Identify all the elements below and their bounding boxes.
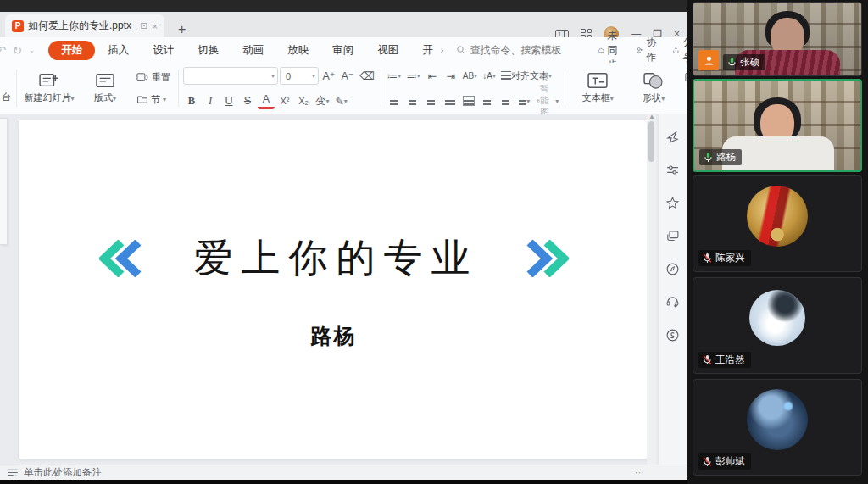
window-top-strip [0,0,687,12]
wps-app-icon: P [12,20,24,32]
paragraph-group: ≔▾ ≕▾ ⇤ ⇥ AB▾ ↕A▾ 对齐文本▾ [386,66,561,110]
tab-view[interactable]: 视图 [366,41,409,60]
notes-icon [7,468,19,477]
tab-transition[interactable]: 切换 [186,41,230,60]
search-icon [456,45,466,55]
participant-tile[interactable]: 路杨 [693,79,862,172]
row-spacing-1-button[interactable] [479,92,496,109]
row-spacing-2-button[interactable] [498,92,515,109]
decrease-indent-button[interactable]: ⇤ [424,67,441,84]
slide-layout-button[interactable]: 版式▾ [77,66,133,110]
change-case-button[interactable]: 变▾ [314,92,331,109]
participant-name-pill: 陈家兴 [698,250,751,266]
command-search[interactable] [456,44,598,56]
screen: P 如何爱上你的专业.pptx ⊡ × + 1 — ❐ × ↶ ↻ ⌄ [0,0,868,484]
participant-tile[interactable]: 王浩然 [693,277,862,374]
slide-author-text[interactable]: 路杨 [19,322,648,350]
slide-title-text[interactable]: 爱上你的专业 [194,232,479,285]
slide-canvas[interactable]: 爱上你的专业 路杨 [19,120,648,459]
align-left-button[interactable] [386,92,403,109]
clear-format-button[interactable]: ⌫ [358,68,376,85]
participant-tile[interactable]: 陈家兴 [693,175,862,272]
ai-assistant-icon[interactable] [665,130,680,144]
shapes-button[interactable]: 形状▾ [626,66,682,110]
mic-muted-icon [702,456,713,467]
search-input[interactable] [470,44,598,56]
clipped-left-button[interactable]: 台 [2,66,12,110]
participant-name-pill: 王浩然 [698,352,751,368]
document-title: 如何爱上你的专业.pptx [28,19,136,33]
numbered-list-button[interactable]: ≕▾ [404,67,422,84]
font-group: ▾ 0 ▾ A⁺ A⁻ ⌫ B I U S A X² [183,66,376,110]
duplicate-window-icon[interactable] [665,229,680,243]
collapsed-thumbnail-panel[interactable] [0,118,8,245]
double-chevron-left-icon [99,240,145,277]
ribbon-tabs: 开始 插入 设计 切换 动画 放映 审阅 视图 开 › [48,41,443,60]
slide-work-area: 爱上你的专业 路杨 ▲ [0,114,687,465]
notes-placeholder[interactable]: 单击此处添加备注 [24,466,102,479]
justify-button[interactable] [442,92,459,109]
rewards-coin-icon[interactable] [665,328,680,342]
help-compass-icon[interactable] [665,262,680,276]
smart-graphic-button[interactable]: 转智能图形▾ [535,92,561,109]
scrollbar-thumb[interactable] [648,121,654,162]
redo-icon[interactable]: ↻ [13,44,22,57]
tab-slideshow[interactable]: 放映 [276,41,320,60]
highlight-pen-button[interactable]: ✎▾ [333,92,350,109]
bold-button[interactable]: B [183,92,200,109]
participant-tile[interactable]: 张硕 [693,2,862,76]
tab-preview-icon[interactable]: ⊡ [140,20,147,31]
bullet-list-button[interactable]: ≔▾ [386,67,403,84]
new-tab-button[interactable]: + [173,22,191,37]
increase-indent-button[interactable]: ⇥ [442,67,459,84]
tab-dev-truncated[interactable]: 开 [411,41,444,60]
tab-overflow-icon[interactable]: › [441,45,444,55]
strikethrough-button[interactable]: S [239,92,256,109]
tab-animation[interactable]: 动画 [231,41,275,60]
mic-on-icon [703,152,714,163]
statusbar-more-icon[interactable]: ⋯ [635,467,680,478]
right-tool-column [658,114,687,465]
tab-close-icon[interactable]: × [153,21,158,31]
vertical-scrollbar[interactable]: ▲ [647,114,656,465]
collaborate-person-icon [636,45,643,56]
tab-home[interactable]: 开始 [48,41,95,60]
participant-avatar [747,389,808,450]
scroll-up-icon[interactable]: ▲ [648,113,655,120]
underline-button[interactable]: U [220,92,237,109]
text-box-button[interactable]: 文本框▾ [570,66,626,110]
row-spacing-3-button[interactable]: ▾ [516,92,533,109]
superscript-button[interactable]: X² [276,92,293,109]
tab-review[interactable]: 审阅 [321,41,364,60]
collaborate-button[interactable]: 协作 [636,36,660,64]
document-tab[interactable]: P 如何爱上你的专业.pptx ⊡ × [5,14,164,37]
participant-name-pill: 张硕 [723,54,765,70]
properties-sliders-icon[interactable] [665,163,680,177]
font-name-combo[interactable]: ▾ [183,67,278,85]
mic-muted-icon [702,253,713,264]
subscript-button[interactable]: X₂ [295,92,312,109]
distribute-button[interactable] [460,92,477,109]
align-right-button[interactable] [423,92,440,109]
grow-font-button[interactable]: A⁺ [320,68,337,85]
shrink-font-button[interactable]: A⁻ [339,68,356,85]
customer-service-icon[interactable] [665,295,680,309]
text-direction-button[interactable]: AB▾ [461,67,479,84]
tab-design[interactable]: 设计 [142,41,185,60]
font-color-button[interactable]: A [258,92,275,109]
align-center-button[interactable] [404,92,421,109]
reset-slide-button[interactable]: 重置 [133,70,174,86]
tab-insert[interactable]: 插入 [97,41,140,60]
new-slide-button[interactable]: 新建幻灯片▾ [21,66,77,110]
undo-icon[interactable]: ↶ [0,44,6,57]
mic-muted-icon [702,354,713,365]
italic-button[interactable]: I [202,92,219,109]
font-size-combo[interactable]: 0 ▾ [280,67,319,85]
host-person-icon [703,54,715,67]
layout-icon [95,72,115,89]
section-button[interactable]: 节▾ [133,92,174,108]
line-spacing-button[interactable]: ↕A▾ [481,67,498,84]
participant-tile[interactable]: 彭帅斌 [693,379,862,476]
effects-star-icon[interactable] [665,196,680,210]
history-caret-icon[interactable]: ⌄ [29,46,36,54]
